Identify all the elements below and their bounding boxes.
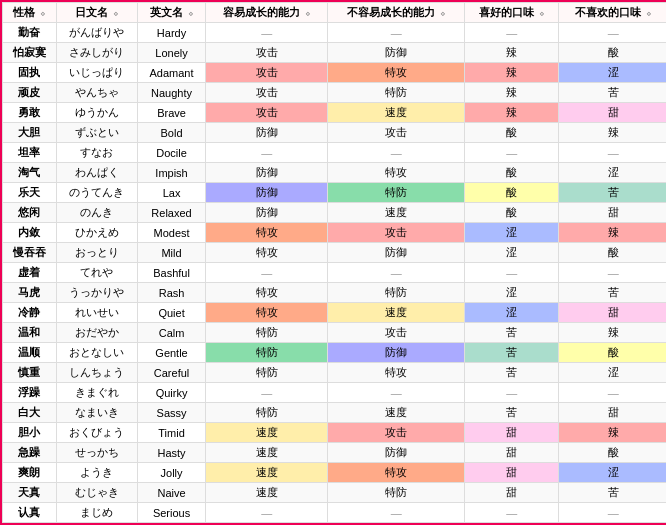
cell-up: 攻击	[205, 103, 328, 123]
cell-down: 防御	[328, 243, 465, 263]
cell-dislike: —	[559, 263, 666, 283]
cell-ja: ずぶとい	[56, 123, 138, 143]
cell-like: 酸	[464, 183, 558, 203]
cell-nature: 虚着	[3, 263, 57, 283]
cell-like: 涩	[464, 243, 558, 263]
cell-ja: すなお	[56, 143, 138, 163]
cell-like: 苦	[464, 363, 558, 383]
cell-up: 特防	[205, 323, 328, 343]
cell-en: Hardy	[138, 23, 206, 43]
cell-en: Timid	[138, 423, 206, 443]
cell-nature: 坦率	[3, 143, 57, 163]
cell-down: 攻击	[328, 323, 465, 343]
cell-en: Relaxed	[138, 203, 206, 223]
cell-dislike: —	[559, 383, 666, 403]
cell-en: Serious	[138, 503, 206, 523]
cell-dislike: 苦	[559, 283, 666, 303]
cell-nature: 马虎	[3, 283, 57, 303]
cell-dislike: 酸	[559, 443, 666, 463]
cell-nature: 顽皮	[3, 83, 57, 103]
cell-ja: さみしがり	[56, 43, 138, 63]
cell-dislike: 苦	[559, 83, 666, 103]
cell-down: 速度	[328, 403, 465, 423]
table-row: 温顺 おとなしい Gentle 特防 防御 苦 酸	[3, 343, 667, 363]
cell-down: 特攻	[328, 63, 465, 83]
cell-down: —	[328, 383, 465, 403]
table-row: 固执 いじっぱり Adamant 攻击 特攻 辣 涩	[3, 63, 667, 83]
cell-nature: 急躁	[3, 443, 57, 463]
cell-down: 特防	[328, 83, 465, 103]
cell-down: —	[328, 23, 465, 43]
col-header-en[interactable]: 英文名 ⬦	[138, 3, 206, 23]
cell-nature: 浮躁	[3, 383, 57, 403]
cell-nature: 大胆	[3, 123, 57, 143]
cell-dislike: 苦	[559, 483, 666, 503]
table-header-row: 性格 ⬦ 日文名 ⬦ 英文名 ⬦ 容易成长的能力 ⬦ 不容易成长的能力 ⬦ 喜好…	[3, 3, 667, 23]
table-row: 怕寂寞 さみしがり Lonely 攻击 防御 辣 酸	[3, 43, 667, 63]
cell-en: Docile	[138, 143, 206, 163]
cell-ja: ひかえめ	[56, 223, 138, 243]
cell-nature: 内敛	[3, 223, 57, 243]
cell-up: 速度	[205, 483, 328, 503]
cell-dislike: 辣	[559, 423, 666, 443]
col-header-like[interactable]: 喜好的口味 ⬦	[464, 3, 558, 23]
cell-nature: 冷静	[3, 303, 57, 323]
cell-dislike: 甜	[559, 403, 666, 423]
cell-dislike: 苦	[559, 183, 666, 203]
cell-ja: むじゃき	[56, 483, 138, 503]
sort-icon-nature: ⬦	[40, 8, 45, 18]
table-row: 慎重 しんちょう Careful 特防 特攻 苦 涩	[3, 363, 667, 383]
cell-nature: 天真	[3, 483, 57, 503]
cell-ja: のんき	[56, 203, 138, 223]
sort-icon-like: ⬦	[539, 8, 544, 18]
col-header-dislike[interactable]: 不喜欢的口味 ⬦	[559, 3, 666, 23]
table-row: 白大 なまいき Sassy 特防 速度 苦 甜	[3, 403, 667, 423]
cell-nature: 慎重	[3, 363, 57, 383]
table-row: 勇敢 ゆうかん Brave 攻击 速度 辣 甜	[3, 103, 667, 123]
cell-down: 特防	[328, 283, 465, 303]
cell-like: 酸	[464, 163, 558, 183]
cell-like: —	[464, 23, 558, 43]
cell-ja: てれや	[56, 263, 138, 283]
sort-icon-ja: ⬦	[113, 8, 118, 18]
cell-ja: せっかち	[56, 443, 138, 463]
cell-nature: 怕寂寞	[3, 43, 57, 63]
col-header-down[interactable]: 不容易成长的能力 ⬦	[328, 3, 465, 23]
sort-icon-en: ⬦	[188, 8, 193, 18]
cell-en: Mild	[138, 243, 206, 263]
cell-like: 辣	[464, 103, 558, 123]
cell-ja: うっかりや	[56, 283, 138, 303]
cell-ja: ゆうかん	[56, 103, 138, 123]
cell-ja: まじめ	[56, 503, 138, 523]
cell-dislike: 甜	[559, 203, 666, 223]
cell-down: —	[328, 503, 465, 523]
cell-nature: 乐天	[3, 183, 57, 203]
cell-like: 甜	[464, 443, 558, 463]
cell-ja: きまぐれ	[56, 383, 138, 403]
cell-down: 攻击	[328, 223, 465, 243]
col-header-ja[interactable]: 日文名 ⬦	[56, 3, 138, 23]
col-header-nature[interactable]: 性格 ⬦	[3, 3, 57, 23]
table-row: 温和 おだやか Calm 特防 攻击 苦 辣	[3, 323, 667, 343]
cell-ja: ようき	[56, 463, 138, 483]
cell-down: —	[328, 143, 465, 163]
table-row: 浮躁 きまぐれ Quirky — — — —	[3, 383, 667, 403]
cell-ja: わんぱく	[56, 163, 138, 183]
cell-ja: おっとり	[56, 243, 138, 263]
col-header-up[interactable]: 容易成长的能力 ⬦	[205, 3, 328, 23]
cell-nature: 白大	[3, 403, 57, 423]
cell-down: 防御	[328, 343, 465, 363]
cell-up: 速度	[205, 443, 328, 463]
cell-like: 苦	[464, 343, 558, 363]
cell-dislike: 甜	[559, 303, 666, 323]
cell-en: Naive	[138, 483, 206, 503]
cell-en: Lonely	[138, 43, 206, 63]
cell-en: Hasty	[138, 443, 206, 463]
cell-nature: 固执	[3, 63, 57, 83]
cell-ja: がんばりや	[56, 23, 138, 43]
cell-up: 特攻	[205, 243, 328, 263]
cell-up: —	[205, 383, 328, 403]
cell-down: 特防	[328, 183, 465, 203]
cell-down: 速度	[328, 103, 465, 123]
table-row: 淘气 わんぱく Impish 防御 特攻 酸 涩	[3, 163, 667, 183]
